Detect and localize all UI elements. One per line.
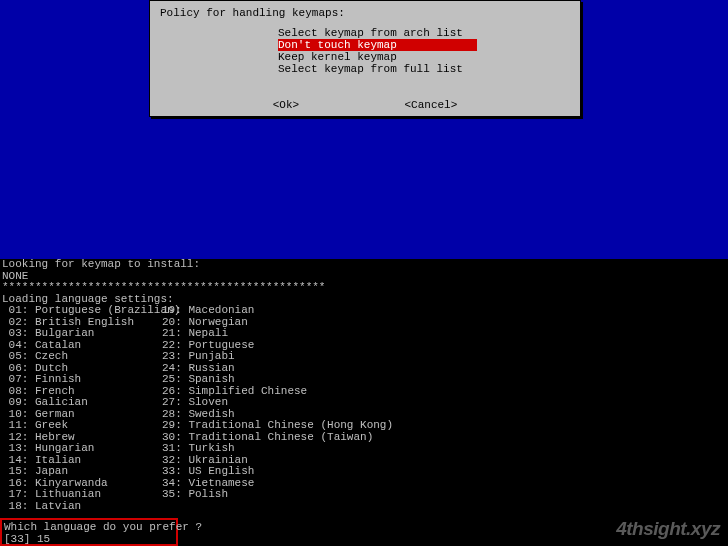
menu-item-1[interactable]: Don't touch keymap [278,39,477,51]
cancel-button[interactable]: <Cancel> [404,99,457,111]
menu-item-2[interactable]: Keep kernel keymap [278,51,570,63]
language-item: 15: Japan [2,466,162,478]
dialog-title: Policy for handling keymaps: [160,7,570,19]
language-item: 25: Spanish [162,374,393,386]
language-item: 31: Turkish [162,443,393,455]
menu-item-0[interactable]: Select keymap from arch list [278,27,570,39]
menu-list[interactable]: Select keymap from arch list Don't touch… [278,27,570,75]
language-column-1: 01: Portuguese (Brazilian) 02: British E… [2,305,162,512]
language-item: 05: Czech [2,351,162,363]
language-item: 21: Nepali [162,328,393,340]
term-line: ****************************************… [2,282,726,294]
language-prompt[interactable]: Which language do you prefer ? [33] 15 [0,518,178,546]
language-item: 29: Traditional Chinese (Hong Kong) [162,420,393,432]
blue-background: Policy for handling keymaps: Select keym… [0,0,728,259]
watermark: 4thsight.xyz [616,518,720,540]
language-item: 01: Portuguese (Brazilian) [2,305,162,317]
term-line: Looking for keymap to install: [2,259,726,271]
prompt-input[interactable]: [33] 15 [4,533,174,545]
ok-button[interactable]: <Ok> [273,99,299,111]
language-item: 33: US English [162,466,393,478]
language-item: 09: Galician [2,397,162,409]
language-item: 27: Sloven [162,397,393,409]
language-list: 01: Portuguese (Brazilian) 02: British E… [2,305,726,512]
prompt-question: Which language do you prefer ? [4,521,174,533]
language-item: 13: Hungarian [2,443,162,455]
language-item: 23: Punjabi [162,351,393,363]
language-item: 03: Bulgarian [2,328,162,340]
language-column-2: 19: Macedonian20: Norwegian21: Nepali22:… [162,305,393,512]
language-item: 07: Finnish [2,374,162,386]
language-item: 17: Lithuanian [2,489,162,501]
language-item: 19: Macedonian [162,305,393,317]
menu-item-3[interactable]: Select keymap from full list [278,63,570,75]
language-item: 35: Polish [162,489,393,501]
language-item: 18: Latvian [2,501,162,513]
language-item: 11: Greek [2,420,162,432]
terminal-output: Looking for keymap to install: NONE ****… [0,259,728,512]
keymap-dialog: Policy for handling keymaps: Select keym… [149,0,581,117]
